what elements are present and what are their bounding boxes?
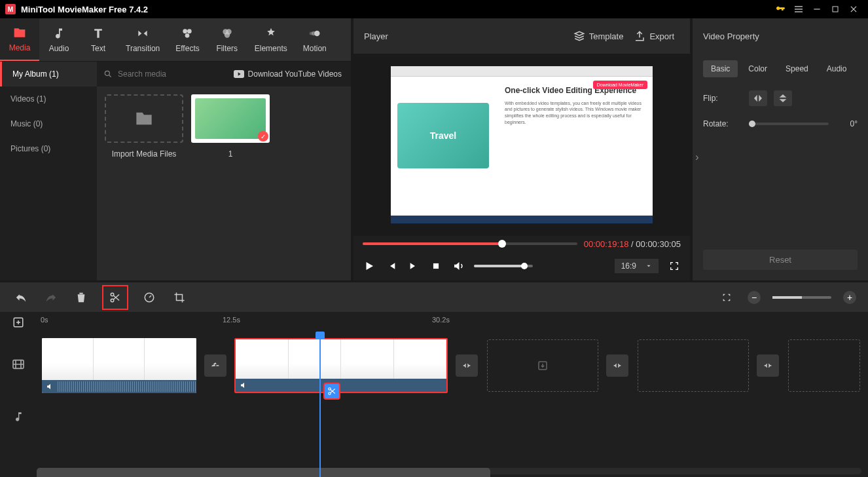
- svg-rect-4: [833, 7, 838, 12]
- menu-icon[interactable]: [789, 0, 808, 18]
- tab-label: Motion: [303, 44, 327, 53]
- flip-vertical-button[interactable]: [774, 90, 792, 106]
- play-button[interactable]: [363, 259, 376, 273]
- search-bar[interactable]: [97, 69, 225, 79]
- audio-track[interactable]: [0, 396, 868, 438]
- rotate-label: Rotate:: [703, 119, 742, 128]
- sidetab-myalbum[interactable]: My Album (1): [0, 62, 97, 86]
- search-input[interactable]: [118, 69, 218, 79]
- tab-filters[interactable]: Filters: [208, 18, 247, 61]
- clip-dropzone[interactable]: [487, 339, 598, 392]
- split-indicator-icon[interactable]: [323, 383, 340, 400]
- timeline-clip[interactable]: [42, 338, 196, 393]
- volume-slider[interactable]: [474, 265, 533, 267]
- collapse-properties-handle[interactable]: ›: [693, 144, 702, 170]
- top-tabs: Media Audio Text Transition Effects Filt…: [0, 18, 351, 62]
- clip-dropzone[interactable]: [638, 339, 749, 392]
- check-icon: ✓: [258, 131, 268, 142]
- close-button[interactable]: [844, 0, 863, 18]
- proptab-basic[interactable]: Basic: [703, 60, 738, 77]
- sidetab-music[interactable]: Music (0): [0, 111, 97, 136]
- transition-slot[interactable]: [757, 354, 779, 377]
- time-ruler[interactable]: 0s 12.5s 30.2s: [0, 312, 868, 333]
- tab-label: Filters: [216, 44, 238, 53]
- speaker-icon: [240, 381, 247, 389]
- media-thumbnail[interactable]: ✓: [191, 94, 270, 143]
- timeline-clip-selected[interactable]: [234, 338, 448, 393]
- zoom-out-button[interactable]: −: [748, 291, 761, 304]
- transition-slot[interactable]: [606, 354, 628, 377]
- time-display: 00:00:19:18 / 00:00:30:05: [584, 239, 681, 249]
- svg-point-10: [225, 32, 230, 37]
- aspect-ratio-select[interactable]: 16:9: [615, 259, 659, 273]
- tab-effects[interactable]: Effects: [168, 18, 207, 61]
- import-media-button[interactable]: [105, 94, 183, 143]
- ruler-mark: 0s: [41, 316, 48, 324]
- svg-point-14: [105, 71, 109, 75]
- next-frame-button[interactable]: [407, 259, 420, 273]
- prev-frame-button[interactable]: [385, 259, 398, 273]
- preview-area: Download MovieMaker One-click Video Edit…: [353, 54, 690, 236]
- player-panel: Player Template Export Download MovieMak…: [351, 18, 693, 280]
- video-track[interactable]: [0, 333, 868, 396]
- crop-button[interactable]: [170, 288, 189, 307]
- undo-button[interactable]: [12, 288, 30, 307]
- preview-desc: With embedded video templates, you can f…: [505, 100, 643, 126]
- fullscreen-button[interactable]: [668, 259, 681, 273]
- sidetab-pictures[interactable]: Pictures (0): [0, 136, 97, 161]
- playhead[interactable]: [319, 333, 321, 477]
- tab-label: Text: [91, 44, 105, 53]
- stop-button[interactable]: [429, 259, 443, 273]
- speaker-icon: [46, 383, 54, 391]
- template-button[interactable]: Template: [568, 30, 629, 42]
- media-grid: Import Media Files ✓ 1: [97, 86, 351, 280]
- zoom-slider[interactable]: [772, 296, 831, 299]
- zoom-in-button[interactable]: +: [843, 291, 856, 304]
- svg-point-22: [329, 388, 331, 391]
- speed-button[interactable]: [140, 288, 158, 307]
- media-sidetabs: My Album (1) Videos (1) Music (0) Pictur…: [0, 62, 97, 280]
- chevron-down-icon: [645, 263, 652, 269]
- flip-horizontal-button[interactable]: [749, 90, 767, 106]
- transition-slot[interactable]: [456, 354, 478, 377]
- svg-point-18: [111, 299, 114, 302]
- volume-icon[interactable]: [452, 259, 465, 273]
- transition-slot[interactable]: [204, 354, 226, 377]
- tab-motion[interactable]: Motion: [295, 18, 335, 61]
- split-button[interactable]: [102, 285, 128, 310]
- ruler-mark: 12.5s: [223, 316, 240, 324]
- tab-elements[interactable]: Elements: [247, 18, 295, 61]
- tab-transition[interactable]: Transition: [118, 18, 168, 61]
- player-title: Player: [364, 31, 388, 41]
- download-youtube-label: Download YouTube Videos: [248, 69, 342, 79]
- proptab-color[interactable]: Color: [740, 60, 775, 77]
- maximize-button[interactable]: [826, 0, 844, 18]
- seek-bar[interactable]: [363, 242, 577, 245]
- reset-button[interactable]: Reset: [703, 250, 858, 270]
- proptab-speed[interactable]: Speed: [778, 60, 816, 77]
- thumb-label: 1: [228, 149, 233, 159]
- rotate-slider[interactable]: [749, 123, 829, 125]
- fit-button[interactable]: [717, 288, 736, 307]
- minimize-button[interactable]: [808, 0, 826, 18]
- svg-rect-3: [814, 9, 820, 9]
- clip-dropzone[interactable]: [788, 339, 860, 392]
- timeline-horizontal-scrollbar[interactable]: [37, 468, 861, 474]
- download-youtube-button[interactable]: Download YouTube Videos: [225, 69, 351, 79]
- ruler-mark: 30.2s: [432, 316, 450, 324]
- proptab-audio[interactable]: Audio: [819, 60, 855, 77]
- add-track-button[interactable]: [0, 316, 37, 328]
- tab-text[interactable]: Text: [79, 18, 118, 61]
- svg-point-6: [187, 29, 192, 33]
- timeline-toolbar: − +: [0, 280, 868, 312]
- svg-rect-2: [795, 11, 803, 12]
- export-button[interactable]: Export: [628, 30, 679, 42]
- delete-button[interactable]: [72, 288, 90, 307]
- sidetab-videos[interactable]: Videos (1): [0, 86, 97, 111]
- tab-media[interactable]: Media: [0, 18, 39, 61]
- redo-button[interactable]: [42, 288, 60, 307]
- svg-point-13: [309, 31, 312, 35]
- tab-audio[interactable]: Audio: [39, 18, 79, 61]
- license-key-icon[interactable]: [771, 0, 789, 18]
- audio-track-icon: [0, 411, 37, 423]
